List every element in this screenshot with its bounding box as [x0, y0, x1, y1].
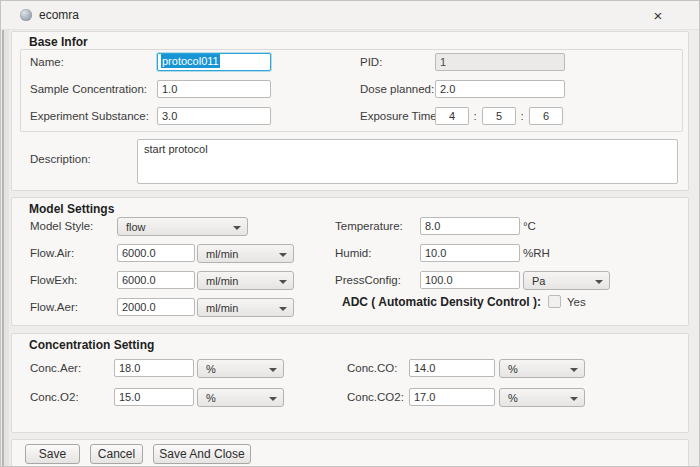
pid-label: PID: — [360, 53, 382, 71]
titlebar: ecomra × — [1, 1, 700, 30]
chevron-down-icon — [269, 368, 277, 372]
panel-model-settings: Model Settings Model Style: flow Flow.Ai… — [11, 197, 689, 326]
conc-co-input[interactable] — [409, 359, 495, 377]
chevron-down-icon — [595, 280, 603, 284]
sample-concentration-label: Sample Concentration: — [30, 80, 147, 98]
chevron-down-icon — [269, 397, 277, 401]
chevron-down-icon — [233, 226, 241, 230]
save-and-close-button[interactable]: Save And Close — [153, 444, 251, 464]
conc-o2-unit-value: % — [206, 392, 216, 404]
conc-aer-unit-value: % — [206, 363, 216, 375]
flow-aer-label: Flow.Aer: — [30, 298, 78, 316]
flow-aer-input[interactable] — [117, 298, 195, 316]
model-style-label: Model Style: — [30, 217, 93, 235]
section-title-concentration-setting: Concentration Setting — [29, 338, 154, 352]
experiment-substance-input[interactable] — [157, 107, 271, 125]
exposure-separator: : — [471, 107, 479, 125]
flow-exh-unit-dropdown[interactable]: ml/min — [197, 271, 294, 290]
humid-label: Humid: — [335, 244, 371, 262]
temperature-input[interactable] — [420, 217, 520, 235]
close-icon[interactable]: × — [645, 4, 671, 27]
dialog-window: ecomra × Base Infor Name: protocol011 PI… — [0, 0, 700, 467]
press-config-input[interactable] — [420, 271, 520, 289]
name-label: Name: — [30, 53, 64, 71]
panel-concentration-setting: Concentration Setting Conc.Aer: % Conc.O… — [11, 333, 689, 433]
flow-air-unit-dropdown[interactable]: ml/min — [197, 244, 294, 263]
conc-aer-unit-dropdown[interactable]: % — [197, 359, 284, 378]
conc-o2-label: Conc.O2: — [30, 388, 79, 406]
section-title-model-settings: Model Settings — [29, 202, 114, 216]
conc-co-label: Conc.CO: — [347, 359, 398, 377]
conc-co-unit-value: % — [508, 363, 518, 375]
exposure-separator: : — [518, 107, 526, 125]
conc-co2-unit-dropdown[interactable]: % — [499, 388, 585, 407]
flow-exh-label: FlowExh: — [30, 271, 77, 289]
flow-air-unit-value: ml/min — [206, 248, 238, 260]
exposure-minutes-input[interactable] — [482, 107, 516, 125]
conc-co-unit-dropdown[interactable]: % — [499, 359, 585, 378]
adc-yes-label: Yes — [567, 293, 586, 311]
humid-input[interactable] — [420, 244, 520, 262]
cancel-button[interactable]: Cancel — [90, 444, 143, 464]
window-edge-highlight — [4, 13, 9, 467]
panel-base-info: Base Infor Name: protocol011 PID: Sample… — [11, 31, 689, 191]
description-textarea[interactable]: start protocol — [137, 139, 678, 184]
flow-exh-input[interactable] — [117, 271, 195, 289]
chevron-down-icon — [279, 253, 287, 257]
conc-co2-unit-value: % — [508, 392, 518, 404]
section-title-base-infor: Base Infor — [29, 35, 88, 49]
press-config-unit-value: Pa — [532, 275, 545, 287]
dose-planned-label: Dose planned: — [360, 80, 434, 98]
sample-concentration-input[interactable] — [157, 80, 271, 98]
model-style-value: flow — [126, 221, 146, 233]
button-bar: Save Cancel Save And Close — [11, 439, 689, 467]
conc-co2-label: Conc.CO2: — [347, 388, 404, 406]
chevron-down-icon — [570, 368, 578, 372]
flow-aer-unit-value: ml/min — [206, 302, 238, 314]
chevron-down-icon — [279, 307, 287, 311]
conc-aer-input[interactable] — [114, 359, 194, 377]
conc-aer-label: Conc.Aer: — [30, 359, 81, 377]
chevron-down-icon — [279, 280, 287, 284]
description-label: Description: — [30, 150, 91, 168]
conc-co2-input[interactable] — [409, 388, 495, 406]
conc-o2-input[interactable] — [114, 388, 194, 406]
model-style-dropdown[interactable]: flow — [117, 217, 248, 236]
experiment-substance-label: Experiment Substance: — [30, 107, 149, 125]
window-title: ecomra — [39, 8, 79, 22]
pid-input[interactable] — [435, 53, 565, 71]
flow-air-input[interactable] — [117, 244, 195, 262]
adc-checkbox[interactable] — [548, 295, 561, 308]
chevron-down-icon — [570, 397, 578, 401]
name-input[interactable]: protocol011 — [157, 53, 271, 71]
press-config-unit-dropdown[interactable]: Pa — [523, 271, 610, 290]
press-config-label: PressConfig: — [335, 271, 401, 289]
conc-o2-unit-dropdown[interactable]: % — [197, 388, 284, 407]
selected-text: protocol011 — [161, 54, 220, 68]
app-icon — [20, 9, 32, 21]
humid-unit-label: %RH — [523, 244, 550, 262]
save-button[interactable]: Save — [25, 444, 80, 464]
flow-air-label: Flow.Air: — [30, 244, 74, 262]
temperature-unit-label: °C — [523, 217, 536, 235]
flow-aer-unit-dropdown[interactable]: ml/min — [197, 298, 294, 317]
temperature-label: Temperature: — [335, 217, 403, 235]
dose-planned-input[interactable] — [435, 80, 565, 98]
flow-exh-unit-value: ml/min — [206, 275, 238, 287]
exposure-time-label: Exposure Time: — [360, 107, 440, 125]
exposure-seconds-input[interactable] — [529, 107, 563, 125]
exposure-hours-input[interactable] — [435, 107, 469, 125]
adc-label: ADC ( Automatic Density Control ): — [342, 293, 541, 311]
